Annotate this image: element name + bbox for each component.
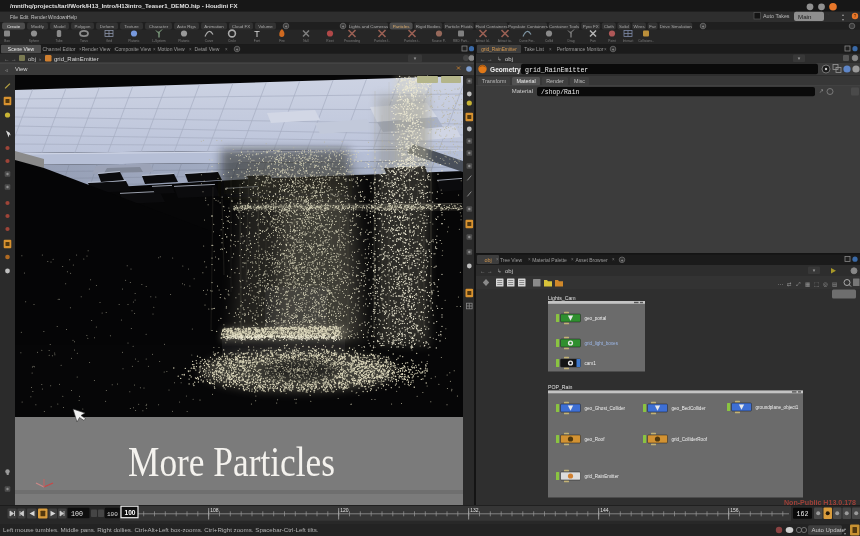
svg-text:obj: obj [28, 56, 36, 62]
svg-text:obj: obj [505, 268, 513, 274]
svg-text:Texture: Texture [124, 24, 139, 29]
svg-text:obj: obj [484, 257, 491, 263]
svg-text:Circle: Circle [228, 39, 236, 43]
svg-text:Collid: Collid [545, 39, 553, 43]
svg-text:Model: Model [54, 24, 66, 29]
svg-text:›: › [39, 56, 41, 62]
svg-text:Render: Render [31, 15, 47, 20]
svg-text:Asset Browser: Asset Browser [575, 257, 608, 263]
svg-text:grid_ColliderRoof: grid_ColliderRoof [672, 437, 708, 442]
svg-text:Auto Takes: Auto Takes [763, 13, 790, 19]
svg-text:Curve For..: Curve For.. [519, 39, 535, 43]
svg-text:/mnt/hq/projects/tarl/Work/H13: /mnt/hq/projects/tarl/Work/H13_Intro/H13… [10, 2, 239, 9]
svg-text:grid_RainEmitter: grid_RainEmitter [481, 47, 517, 52]
svg-text:Interact: Interact [623, 39, 634, 43]
svg-text:grid_RainEmitter: grid_RainEmitter [54, 56, 99, 62]
svg-text:Geometry: Geometry [490, 66, 521, 74]
svg-text:Auto Rigs: Auto Rigs [177, 24, 197, 29]
svg-text:Lights and Cameras: Lights and Cameras [349, 24, 389, 29]
svg-text:geo_Roof: geo_Roof [585, 437, 606, 442]
svg-text:Particles: Particles [393, 24, 411, 29]
svg-text:Modify: Modify [31, 24, 45, 29]
svg-text:Pyro FX: Pyro FX [583, 24, 599, 29]
svg-text:Cloth: Cloth [604, 24, 615, 29]
svg-text:Font: Font [254, 39, 260, 43]
svg-text:⇄: ⇄ [787, 281, 792, 287]
svg-text:Drag: Drag [568, 39, 575, 43]
svg-text:◃: ◃ [5, 67, 8, 73]
svg-text:Create: Create [7, 24, 21, 29]
svg-text:⬚: ⬚ [814, 281, 819, 287]
svg-text:↳: ↳ [497, 56, 502, 62]
svg-text:→: → [487, 268, 493, 274]
svg-text:Composite View: Composite View [115, 46, 151, 52]
svg-text:Edit: Edit [20, 15, 29, 20]
svg-text:Motion View: Motion View [157, 46, 185, 52]
svg-text:×: × [496, 257, 499, 262]
svg-text:→: → [11, 56, 17, 62]
svg-text:Collisions..: Collisions.. [638, 39, 654, 43]
svg-text:Misc: Misc [574, 78, 585, 84]
svg-text:+: + [621, 258, 624, 263]
svg-text:Null: Null [303, 39, 309, 43]
svg-text:Help: Help [67, 15, 77, 20]
svg-text:Detail View: Detail View [195, 46, 220, 52]
svg-text:+: + [342, 24, 345, 29]
svg-text:Container Tools: Container Tools [549, 24, 580, 29]
svg-text:Point: Point [608, 39, 615, 43]
svg-text:Character: Character [149, 24, 169, 29]
svg-text:Material: Material [512, 88, 533, 94]
svg-text:Lights_Cam: Lights_Cam [548, 295, 576, 301]
svg-text:Torus: Torus [80, 39, 88, 43]
svg-text:+: + [236, 47, 239, 52]
svg-text:162: 162 [797, 511, 809, 518]
svg-text:×: × [225, 47, 228, 52]
svg-text:120: 120 [340, 507, 349, 513]
svg-text:obj: obj [505, 56, 513, 62]
svg-text:Left mouse tumbles. Middle pa: Left mouse tumbles. Middle pans. Right d… [3, 526, 319, 533]
svg-text:▤: ▤ [832, 281, 837, 287]
svg-text:Volume: Volume [258, 24, 273, 29]
svg-text:×: × [79, 47, 82, 52]
svg-text:grid_RainEmitter: grid_RainEmitter [585, 474, 620, 479]
svg-text:Material: Material [516, 78, 535, 84]
svg-text:Platonic: Platonic [178, 39, 190, 43]
svg-text:Tree View: Tree View [500, 257, 523, 263]
svg-text:File: File [10, 15, 18, 20]
svg-text:Deform: Deform [100, 24, 115, 29]
svg-text:Rigid Bodies: Rigid Bodies [416, 24, 441, 29]
svg-text:×: × [189, 47, 192, 52]
svg-text:Performance Monitor: Performance Monitor [557, 46, 604, 52]
svg-text:Proceeding: Proceeding [344, 39, 360, 43]
svg-text:▦: ▦ [805, 281, 810, 287]
svg-text:Material Palette: Material Palette [532, 257, 567, 263]
svg-text:T: T [254, 29, 260, 39]
svg-text:◎: ◎ [823, 281, 828, 287]
svg-text:Populate Containers: Populate Containers [508, 24, 549, 29]
svg-text:×: × [604, 47, 607, 52]
svg-text:Tube: Tube [55, 39, 62, 43]
svg-text:Particles f..: Particles f.. [374, 39, 390, 43]
svg-text:Fluid Containers: Fluid Containers [475, 24, 508, 29]
svg-text:100: 100 [125, 509, 136, 516]
svg-text:Cloud FX: Cloud FX [232, 24, 250, 29]
svg-text:Particles t..: Particles t.. [404, 39, 420, 43]
svg-text:Animation: Animation [204, 24, 224, 29]
svg-text:Render: Render [546, 78, 564, 84]
svg-text:×: × [114, 47, 117, 52]
svg-text:grid_RainEmitter: grid_RainEmitter [525, 67, 588, 74]
svg-text:×: × [528, 257, 531, 262]
svg-text:×: × [153, 47, 156, 52]
svg-text:×: × [612, 257, 615, 262]
svg-text:Solid: Solid [619, 24, 629, 29]
svg-text:←: ← [480, 56, 486, 62]
svg-text:Auto Update: Auto Update [812, 527, 846, 533]
svg-text:geo_portal: geo_portal [585, 316, 607, 321]
svg-text:Curve: Curve [205, 39, 214, 43]
svg-text:Render View: Render View [82, 46, 111, 52]
svg-text:156: 156 [730, 507, 739, 513]
svg-text:↗: ↗ [819, 88, 824, 94]
svg-text:100: 100 [107, 511, 118, 518]
svg-text:100: 100 [71, 511, 83, 518]
svg-text:Main: Main [798, 13, 812, 20]
